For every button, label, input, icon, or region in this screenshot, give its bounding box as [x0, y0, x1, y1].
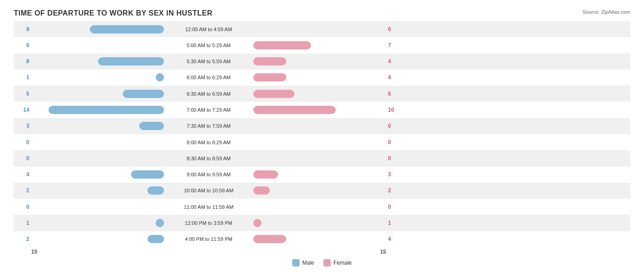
female-bar-area	[253, 106, 386, 114]
time-label: 5:00 AM to 5:29 AM	[164, 43, 253, 48]
female-bar-area	[253, 57, 386, 65]
female-value: 0	[386, 204, 404, 210]
legend-male-label: Male	[302, 260, 314, 266]
male-value: 5	[14, 91, 31, 97]
legend-male: Male	[292, 259, 314, 267]
female-bar	[253, 170, 278, 179]
female-value: 3	[386, 171, 404, 178]
male-value: 8	[14, 58, 31, 65]
chart-row: 0 8:30 AM to 8:59 AM 0	[14, 150, 630, 166]
female-value: 0	[386, 155, 404, 162]
female-bar-area	[253, 138, 386, 147]
male-value: 3	[14, 123, 31, 129]
female-bar-area	[253, 154, 386, 163]
male-value: 0	[14, 204, 31, 210]
male-bar	[49, 106, 164, 114]
chart-row: 8 5:30 AM to 5:59 AM 4	[14, 54, 630, 70]
time-label: 10:00 AM to 10:59 AM	[164, 188, 253, 193]
female-bar-area	[253, 203, 386, 211]
time-label: 12:00 AM to 4:59 AM	[164, 27, 253, 32]
female-bar	[253, 235, 286, 243]
male-bar	[131, 170, 164, 179]
chart-row: 2 4:00 PM to 11:59 PM 4	[14, 231, 630, 247]
time-label: 7:30 AM to 7:59 AM	[164, 123, 253, 129]
male-bar-area	[31, 203, 164, 211]
male-bar	[147, 235, 164, 243]
male-value: 0	[14, 139, 31, 146]
source-text: Source: ZipAtlas.com	[582, 9, 630, 15]
legend-female: Female	[323, 259, 352, 267]
axis-left-val: 15	[31, 249, 37, 255]
male-bar	[98, 57, 164, 65]
time-label: 11:00 AM to 11:59 AM	[164, 204, 253, 210]
legend: Male Female	[14, 259, 630, 267]
male-bar-area	[31, 25, 164, 33]
female-bar	[253, 90, 295, 98]
chart-row: 3 7:30 AM to 7:59 AM 0	[14, 118, 630, 134]
chart-title: TIME OF DEPARTURE TO WORK BY SEX IN HUST…	[14, 9, 630, 17]
female-bar-area	[253, 90, 386, 98]
male-bar	[156, 73, 164, 82]
time-label: 4:00 PM to 11:59 PM	[164, 236, 253, 242]
legend-male-box	[292, 259, 300, 267]
female-value: 7	[386, 42, 404, 49]
chart-row: 4 9:00 AM to 9:59 AM 3	[14, 167, 630, 183]
time-label: 6:00 AM to 6:29 AM	[164, 75, 253, 80]
female-bar	[253, 57, 286, 65]
male-bar	[123, 90, 164, 98]
axis-right-val: 15	[380, 249, 386, 255]
axis-row: 15 15	[14, 247, 630, 256]
male-bar-area	[31, 219, 164, 227]
male-value: 14	[14, 107, 31, 113]
male-value: 1	[14, 220, 31, 226]
male-value: 0	[14, 155, 31, 162]
chart-row: 9 12:00 AM to 4:59 AM 0	[14, 21, 630, 37]
female-bar-area	[253, 73, 386, 82]
chart-row: 14 7:00 AM to 7:29 AM 10	[14, 102, 630, 118]
male-bar-area	[31, 106, 164, 114]
female-value: 2	[386, 187, 404, 194]
male-bar	[139, 122, 164, 130]
male-value: 4	[14, 171, 31, 178]
chart-row: 1 12:00 PM to 3:59 PM 1	[14, 215, 630, 231]
female-bar-area	[253, 122, 386, 130]
female-value: 0	[386, 139, 404, 146]
male-bar-area	[31, 90, 164, 98]
female-bar	[253, 106, 336, 114]
male-bar-area	[31, 154, 164, 163]
male-bar-area	[31, 122, 164, 130]
female-value: 4	[386, 74, 404, 81]
female-value: 1	[386, 220, 404, 226]
male-value: 0	[14, 42, 31, 49]
male-value: 2	[14, 236, 31, 242]
chart-area: 9 12:00 AM to 4:59 AM 0 0 5:00 AM to 5:2…	[14, 21, 630, 247]
male-bar	[156, 219, 164, 227]
female-bar-area	[253, 41, 386, 49]
female-bar-area	[253, 186, 386, 195]
female-bar	[253, 186, 270, 195]
chart-container: TIME OF DEPARTURE TO WORK BY SEX IN HUST…	[0, 0, 644, 272]
male-bar-area	[31, 186, 164, 195]
male-bar	[90, 25, 164, 33]
female-bar	[253, 41, 311, 49]
female-value: 5	[386, 91, 404, 97]
male-value: 1	[14, 74, 31, 81]
male-bar-area	[31, 235, 164, 243]
time-label: 5:30 AM to 5:59 AM	[164, 59, 253, 64]
female-bar-area	[253, 219, 386, 227]
female-value: 10	[386, 107, 404, 113]
chart-row: 0 8:00 AM to 8:29 AM 0	[14, 134, 630, 150]
chart-row: 0 5:00 AM to 5:29 AM 7	[14, 37, 630, 53]
time-label: 8:00 AM to 8:29 AM	[164, 140, 253, 145]
male-bar-area	[31, 73, 164, 82]
time-label: 7:00 AM to 7:29 AM	[164, 107, 253, 113]
legend-female-box	[323, 259, 331, 267]
time-label: 6:30 AM to 6:59 AM	[164, 91, 253, 97]
female-value: 0	[386, 123, 404, 129]
chart-row: 0 11:00 AM to 11:59 AM 0	[14, 199, 630, 215]
female-value: 4	[386, 58, 404, 65]
time-label: 9:00 AM to 9:59 AM	[164, 172, 253, 177]
female-value: 0	[386, 26, 404, 33]
time-label: 12:00 PM to 3:59 PM	[164, 220, 253, 226]
male-bar-area	[31, 57, 164, 65]
